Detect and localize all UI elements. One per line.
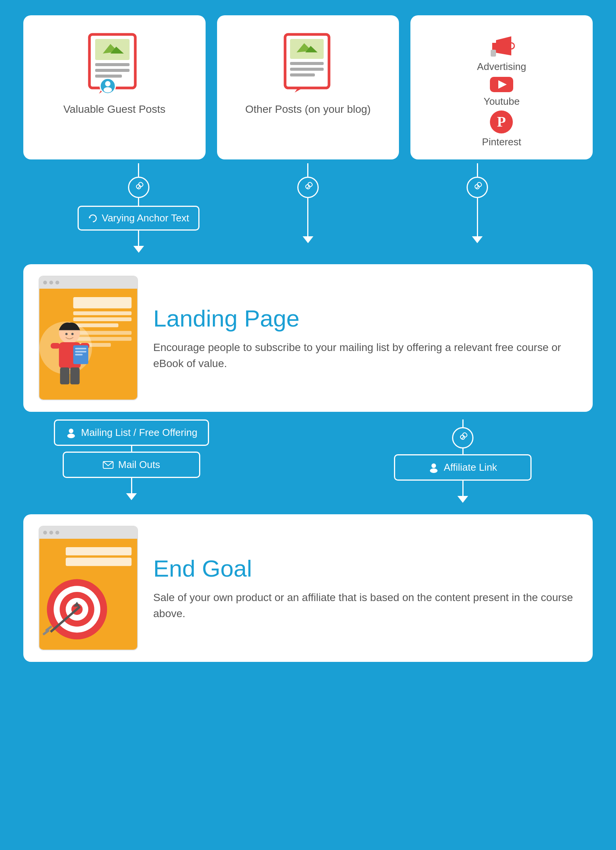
svg-rect-5 — [95, 63, 130, 66]
card-advertising: Advertising Youtube P Pinterest — [410, 15, 593, 159]
mail-outs-box: Mail Outs — [63, 452, 200, 478]
link-circle-affiliate — [452, 427, 473, 449]
svg-rect-61 — [66, 557, 131, 566]
svg-rect-23 — [491, 50, 496, 57]
end-goal-title: End Goal — [153, 555, 577, 582]
arrow-down-1 — [133, 246, 144, 253]
card-guest-posts: Valuable Guest Posts — [23, 15, 206, 159]
end-goal-illustration — [39, 539, 137, 650]
svg-rect-32 — [73, 317, 132, 321]
connector-row-1: Varying Anchor Text — [23, 163, 593, 253]
top-cards-row: Valuable Guest Posts Other Posts (on you… — [23, 15, 593, 159]
svg-rect-53 — [70, 367, 80, 384]
end-dot-1 — [43, 531, 47, 535]
svg-rect-30 — [73, 297, 132, 309]
landing-page-description: Encourage people to subscribe to your ma… — [153, 340, 577, 372]
svg-point-54 — [69, 429, 73, 433]
svg-rect-48 — [75, 351, 87, 353]
browser-dot-2 — [49, 281, 53, 284]
landing-text: Landing Page Encourage people to subscri… — [153, 305, 577, 372]
refresh-icon — [88, 213, 98, 223]
browser-bar — [39, 276, 137, 289]
right-action-col: Affiliate Link — [394, 419, 532, 503]
end-goal-description: Sale of your own product or an affiliate… — [153, 590, 577, 622]
guest-posts-label: Valuable Guest Posts — [63, 103, 165, 115]
end-browser-mock — [39, 526, 138, 650]
vline-2 — [138, 198, 139, 206]
svg-point-58 — [430, 468, 438, 473]
affiliate-link-box: Affiliate Link — [394, 454, 532, 481]
end-browser-bar — [39, 527, 137, 539]
link-circle-3 — [467, 177, 488, 198]
megaphone-icon — [488, 34, 515, 59]
arrow-down-2 — [303, 236, 313, 243]
svg-rect-6 — [95, 69, 130, 72]
vline-3 — [138, 231, 139, 246]
person-icon-affiliate — [428, 462, 439, 473]
svg-rect-18 — [290, 68, 324, 71]
svg-rect-47 — [75, 348, 87, 349]
card-other-posts: Other Posts (on your blog) — [217, 15, 399, 159]
other-posts-label: Other Posts (on your blog) — [245, 103, 371, 115]
pinterest-item: P Pinterest — [482, 110, 521, 148]
advertising-label: Advertising — [477, 61, 526, 73]
svg-marker-22 — [496, 36, 511, 55]
svg-rect-17 — [290, 62, 324, 65]
mail-outs-label: Mail Outs — [118, 459, 160, 471]
youtube-icon — [489, 75, 514, 94]
pinterest-label: Pinterest — [482, 136, 521, 148]
mailing-list-label: Mailing List / Free Offering — [81, 427, 197, 439]
vline-1 — [138, 163, 139, 177]
browser-content — [39, 289, 137, 400]
main-container: Valuable Guest Posts Other Posts (on you… — [23, 15, 593, 662]
svg-text:P: P — [497, 114, 506, 130]
svg-point-51 — [71, 333, 74, 335]
anchor-text-label: Varying Anchor Text — [102, 212, 189, 224]
arrow-down-right — [457, 496, 468, 503]
arrow-down-3 — [472, 236, 483, 243]
browser-dot-3 — [55, 281, 59, 284]
svg-point-50 — [65, 333, 68, 335]
youtube-label: Youtube — [483, 96, 519, 107]
svg-rect-31 — [73, 311, 132, 315]
svg-rect-60 — [66, 547, 131, 556]
mail-icon — [103, 460, 113, 470]
mailing-list-box: Mailing List / Free Offering — [54, 419, 209, 446]
person-icon-mailing — [66, 427, 76, 438]
end-goal-section: End Goal Sale of your own product or an … — [23, 514, 593, 662]
left-action-col: Mailing List / Free Offering Mail Outs — [54, 419, 209, 503]
svg-point-55 — [67, 434, 75, 438]
landing-browser-mock — [39, 276, 138, 400]
youtube-item: Youtube — [483, 75, 519, 107]
end-browser-content — [39, 539, 137, 650]
browser-dot-1 — [43, 281, 47, 284]
advertising-item: Advertising — [477, 34, 526, 73]
landing-page-section: Landing Page Encourage people to subscri… — [23, 264, 593, 412]
affiliate-link-label: Affiliate Link — [444, 462, 497, 473]
advertising-icons: Advertising Youtube P Pinterest — [477, 34, 526, 148]
svg-point-10 — [105, 81, 110, 86]
end-dot-2 — [49, 531, 53, 535]
end-text: End Goal Sale of your own product or an … — [153, 555, 577, 622]
link-circle-2 — [297, 177, 319, 198]
link-circle-1 — [128, 177, 149, 198]
landing-page-illustration — [39, 289, 137, 400]
svg-rect-44 — [51, 343, 60, 349]
svg-marker-21 — [492, 43, 496, 50]
svg-rect-52 — [60, 367, 70, 384]
anchor-text-box: Varying Anchor Text — [78, 206, 199, 231]
right-connector — [393, 163, 562, 253]
end-dot-3 — [55, 531, 59, 535]
svg-point-11 — [104, 87, 112, 93]
pinterest-icon: P — [489, 110, 514, 135]
arrow-down-left — [126, 493, 137, 500]
middle-connector — [223, 163, 392, 253]
landing-page-title: Landing Page — [153, 305, 577, 332]
left-connector: Varying Anchor Text — [54, 163, 223, 253]
other-post-icon — [279, 31, 337, 96]
svg-rect-7 — [95, 75, 122, 78]
guest-post-icon — [82, 31, 147, 96]
svg-rect-19 — [290, 73, 315, 76]
action-row: Mailing List / Free Offering Mail Outs — [23, 419, 593, 503]
svg-point-57 — [431, 463, 436, 468]
